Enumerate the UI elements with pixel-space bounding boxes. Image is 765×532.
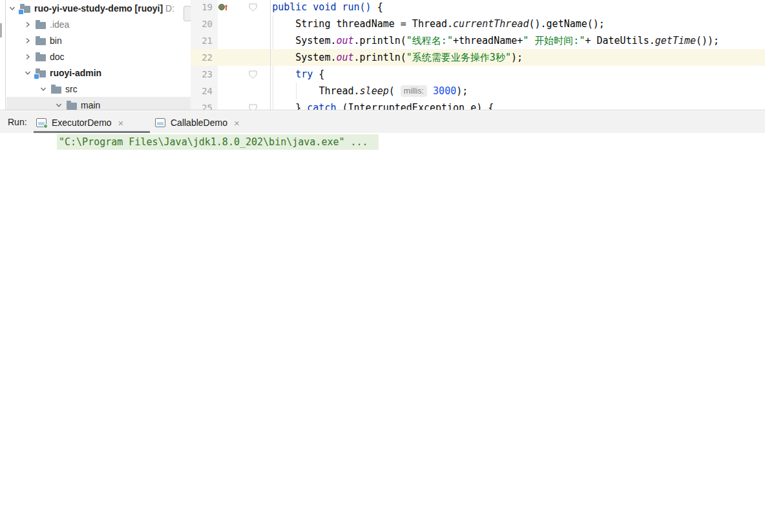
ide-window: ruo-yi-vue-study-demo [ruoyi] D:.ideabin… <box>0 0 765 532</box>
line-number: 20 <box>191 15 213 32</box>
tree-item-bin[interactable]: bin <box>6 32 191 48</box>
code-line-19[interactable]: 19 public void run() { <box>191 0 765 15</box>
tree-item-label: ruoyi-admin <box>50 68 101 78</box>
console-tab-icon <box>155 118 165 127</box>
folder-icon <box>67 103 77 110</box>
parameter-hint: millis: <box>401 85 427 97</box>
code-line-21[interactable]: 21 System.out.println("线程名:"+threadName+… <box>191 32 765 49</box>
console-output[interactable]: "C:\Program Files\Java\jdk1.8.0_202\bin\… <box>0 133 765 532</box>
chevron-down-icon[interactable] <box>38 84 48 94</box>
tree-item-idea[interactable]: .idea <box>6 16 191 32</box>
line-number: 23 <box>191 66 213 83</box>
gutter-border <box>270 0 271 110</box>
console-line[interactable]: "C:\Program Files\Java\jdk1.8.0_202\bin\… <box>57 134 379 150</box>
line-number: 24 <box>191 83 213 99</box>
close-tab-icon[interactable]: × <box>234 118 240 128</box>
console-tab-icon <box>36 118 47 127</box>
code-editor[interactable]: 19 public void run() {20 String threadNa… <box>191 0 765 110</box>
chevron-down-icon[interactable] <box>23 68 33 78</box>
code-line-20[interactable]: 20 String threadName = Thread.currentThr… <box>191 15 765 32</box>
code-text: Thread.sleep( millis: 3000); <box>249 83 468 99</box>
line-number: 22 <box>191 49 213 66</box>
folder-icon <box>36 22 46 29</box>
folder-icon <box>51 87 61 94</box>
running-indicator-dot <box>43 124 48 128</box>
code-line-24[interactable]: 24 Thread.sleep( millis: 3000); <box>191 83 765 99</box>
code-line-25[interactable]: 25 } catch (InterruptedException e) { <box>191 99 765 110</box>
code-text: try { <box>249 66 324 83</box>
code-text: public void run() { <box>249 0 383 15</box>
tree-item-label: doc <box>50 52 65 62</box>
close-tab-icon[interactable]: × <box>118 118 124 128</box>
folder-icon <box>36 54 46 61</box>
tree-item-ruoyi-admin[interactable]: ruoyi-admin <box>6 65 191 81</box>
tree-item-label: src <box>65 84 78 94</box>
tree-item-src[interactable]: src <box>6 81 191 97</box>
chevron-right-icon[interactable] <box>23 36 33 46</box>
code-text: String threadName = Thread.currentThread… <box>249 15 605 32</box>
module-folder-icon <box>36 70 46 77</box>
run-tab-ExecutorDemo[interactable]: ExecutorDemo× <box>36 114 123 131</box>
tab-label: CallableDemo <box>171 118 227 128</box>
run-label: Run: <box>8 111 27 133</box>
chevron-down-icon[interactable] <box>54 100 64 110</box>
overriding-method-icon[interactable] <box>218 3 229 12</box>
code-text: } catch (InterruptedException e) { <box>249 99 494 110</box>
tree-item-label: main <box>81 100 100 110</box>
run-tool-window: Run: ExecutorDemo×CallableDemo× "C:\Prog… <box>0 110 765 532</box>
line-number: 21 <box>191 32 213 49</box>
module-name-suffix: [ruoyi] <box>132 3 163 14</box>
chevron-right-icon[interactable] <box>23 52 33 62</box>
code-text: System.out.println("系统需要业务操作3秒"); <box>249 49 523 66</box>
code-line-23[interactable]: 23 try { <box>191 66 765 83</box>
tree-item-ruo-yi-vue-study-demo[interactable]: ruo-yi-vue-study-demo [ruoyi] D: <box>6 0 191 16</box>
code-line-22[interactable]: 22 System.out.println("系统需要业务操作3秒"); <box>191 49 765 66</box>
line-number: 19 <box>191 0 213 15</box>
chevron-right-icon[interactable] <box>23 19 33 30</box>
project-tree-panel: ruo-yi-vue-study-demo [ruoyi] D:.ideabin… <box>6 0 191 110</box>
tree-item-main[interactable]: main <box>6 97 191 110</box>
line-number: 25 <box>191 99 213 110</box>
tree-item-label: ruo-yi-vue-study-demo <box>34 3 132 14</box>
chevron-down-icon[interactable] <box>7 3 17 14</box>
tab-label: ExecutorDemo <box>52 118 112 128</box>
code-text: System.out.println("线程名:"+threadName+" 开… <box>249 32 719 49</box>
tree-item-label: bin <box>50 36 62 46</box>
tree-item-doc[interactable]: doc <box>6 48 191 65</box>
folder-icon <box>36 38 46 45</box>
run-tab-CallableDemo[interactable]: CallableDemo× <box>155 114 240 131</box>
module-path: D: <box>163 3 174 14</box>
module-folder-icon <box>20 6 30 13</box>
project-scrollbar-thumb[interactable] <box>183 6 191 21</box>
tool-stripe-handle[interactable] <box>0 23 2 37</box>
run-header: Run: ExecutorDemo×CallableDemo× <box>0 111 765 133</box>
tree-item-label: .idea <box>50 19 69 30</box>
